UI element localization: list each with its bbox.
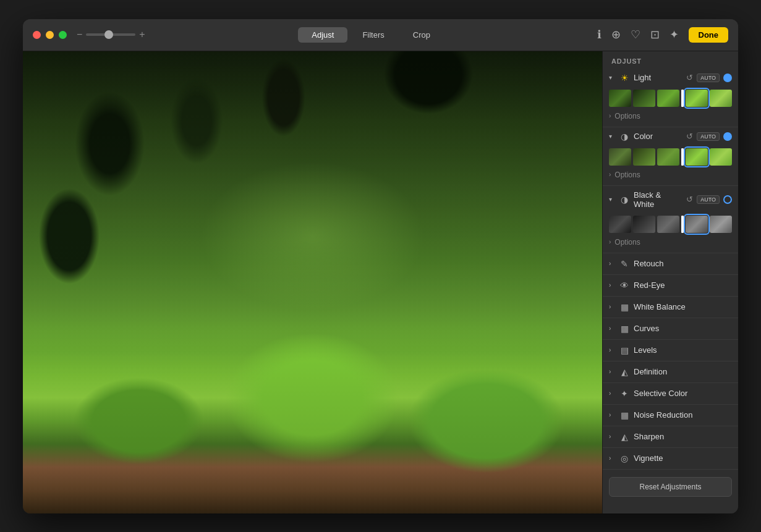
light-thumb-2[interactable] — [633, 90, 655, 107]
white-balance-title: White Balance — [634, 302, 732, 311]
zoom-control: − + — [77, 29, 145, 40]
color-title: Color — [634, 132, 682, 141]
section-color: ▾ ◑ Color ↺ AUTO — [603, 127, 738, 186]
section-definition[interactable]: › ◭ Definition — [603, 361, 738, 383]
color-chevron-icon: ▾ — [609, 133, 615, 140]
zoom-out-button[interactable]: − — [77, 29, 82, 40]
maximize-button[interactable] — [59, 31, 67, 39]
bw-undo-icon[interactable]: ↺ — [686, 195, 693, 204]
section-levels[interactable]: › ▤ Levels — [603, 340, 738, 361]
light-auto-badge[interactable]: AUTO — [697, 74, 720, 82]
light-options-chevron-icon: › — [609, 112, 611, 119]
color-thumb-2[interactable] — [633, 148, 655, 166]
color-options-row[interactable]: › Options — [609, 169, 732, 180]
light-thumb-4[interactable] — [686, 90, 708, 107]
light-undo-icon[interactable]: ↺ — [686, 73, 693, 82]
section-white-balance[interactable]: › ▦ White Balance — [603, 297, 738, 318]
levels-title: Levels — [634, 345, 732, 355]
reset-adjustments-button[interactable]: Reset Adjustments — [609, 477, 732, 497]
sharpen-icon: ◭ — [619, 432, 630, 442]
vignette-chevron-icon: › — [609, 455, 615, 462]
sharpen-chevron-icon: › — [609, 433, 615, 440]
tab-adjust[interactable]: Adjust — [298, 27, 347, 43]
color-auto-badge[interactable]: AUTO — [697, 132, 720, 141]
bw-thumb-2[interactable] — [633, 216, 655, 233]
light-thumb-3[interactable] — [657, 90, 679, 107]
color-thumbnails — [609, 148, 732, 166]
noise-reduction-title: Noise Reduction — [634, 410, 732, 420]
levels-icon: ▤ — [619, 345, 630, 355]
bw-thumb-4[interactable] — [686, 216, 708, 233]
bw-section-header[interactable]: ▾ ◑ Black & White ↺ AUTO — [603, 186, 738, 213]
section-retouch[interactable]: › ✎ Retouch — [603, 253, 738, 275]
bw-options-chevron-icon: › — [609, 239, 611, 245]
magic-icon[interactable]: ✦ — [670, 28, 679, 41]
light-content: › Options — [603, 87, 738, 127]
bw-thumb-1[interactable] — [609, 216, 631, 233]
bw-controls: ↺ AUTO — [686, 195, 732, 204]
noise-reduction-chevron-icon: › — [609, 412, 615, 418]
definition-icon: ◭ — [619, 367, 630, 377]
selective-color-chevron-icon: › — [609, 390, 615, 397]
main-window: − + Adjust Filters Crop ℹ ⊕ ♡ ⊡ ✦ Done A… — [23, 19, 738, 513]
color-undo-icon[interactable]: ↺ — [686, 132, 693, 141]
section-noise-reduction[interactable]: › ▦ Noise Reduction — [603, 405, 738, 426]
photo-area — [23, 51, 602, 513]
bw-toggle[interactable] — [723, 195, 732, 204]
section-curves[interactable]: › ▦ Curves — [603, 318, 738, 340]
zoom-slider[interactable] — [86, 33, 135, 36]
light-thumbnails — [609, 90, 732, 107]
photo-canvas — [23, 51, 602, 513]
minimize-button[interactable] — [46, 31, 54, 39]
light-thumb-divider — [681, 90, 684, 107]
red-eye-icon: 👁 — [619, 281, 630, 290]
close-button[interactable] — [33, 31, 41, 39]
section-black-white: ▾ ◑ Black & White ↺ AUTO — [603, 186, 738, 253]
light-thumb-5[interactable] — [710, 90, 732, 107]
bw-thumbnails — [609, 216, 732, 233]
adjust-sidebar: ADJUST ▾ ☀ Light ↺ AUTO — [602, 51, 738, 513]
favorite-icon[interactable]: ♡ — [631, 28, 640, 41]
retouch-title: Retouch — [634, 259, 732, 268]
white-balance-chevron-icon: › — [609, 303, 615, 310]
light-chevron-icon: ▾ — [609, 74, 615, 81]
titlebar-tabs: Adjust Filters Crop — [145, 27, 597, 43]
info-icon[interactable]: ℹ — [597, 28, 602, 41]
zoom-thumb — [104, 30, 113, 39]
adjust-header: ADJUST — [603, 51, 738, 69]
crop-icon[interactable]: ⊡ — [650, 28, 660, 41]
color-section-header[interactable]: ▾ ◑ Color ↺ AUTO — [603, 127, 738, 146]
main-content: ADJUST ▾ ☀ Light ↺ AUTO — [23, 51, 738, 513]
color-thumb-5[interactable] — [710, 148, 732, 166]
section-vignette[interactable]: › ◎ Vignette — [603, 448, 738, 470]
light-sun-icon: ☀ — [619, 73, 630, 83]
curves-icon: ▦ — [619, 324, 630, 334]
bw-auto-badge[interactable]: AUTO — [697, 195, 720, 204]
section-selective-color[interactable]: › ✦ Selective Color — [603, 383, 738, 405]
light-section-header[interactable]: ▾ ☀ Light ↺ AUTO — [603, 69, 738, 87]
tab-crop[interactable]: Crop — [399, 27, 444, 43]
curves-title: Curves — [634, 324, 732, 333]
color-options-chevron-icon: › — [609, 171, 611, 178]
selective-color-icon: ✦ — [619, 389, 630, 399]
done-button[interactable]: Done — [689, 27, 729, 43]
color-thumb-4[interactable] — [686, 148, 708, 166]
light-options-row[interactable]: › Options — [609, 111, 732, 122]
color-toggle[interactable] — [723, 132, 732, 141]
share-icon[interactable]: ⊕ — [611, 28, 621, 41]
sharpen-title: Sharpen — [634, 432, 732, 441]
zoom-in-button[interactable]: + — [139, 29, 145, 40]
section-sharpen[interactable]: › ◭ Sharpen — [603, 426, 738, 448]
noise-reduction-icon: ▦ — [619, 410, 630, 420]
color-thumb-3[interactable] — [657, 148, 679, 166]
definition-chevron-icon: › — [609, 368, 615, 375]
bw-thumb-5[interactable] — [710, 216, 732, 233]
bw-thumb-3[interactable] — [657, 216, 679, 233]
light-thumb-1[interactable] — [609, 90, 631, 107]
definition-title: Definition — [634, 367, 732, 376]
light-toggle[interactable] — [723, 74, 732, 82]
color-thumb-1[interactable] — [609, 148, 631, 166]
tab-filters[interactable]: Filters — [349, 27, 398, 43]
section-red-eye[interactable]: › 👁 Red-Eye — [603, 275, 738, 297]
bw-options-row[interactable]: › Options — [609, 237, 732, 248]
